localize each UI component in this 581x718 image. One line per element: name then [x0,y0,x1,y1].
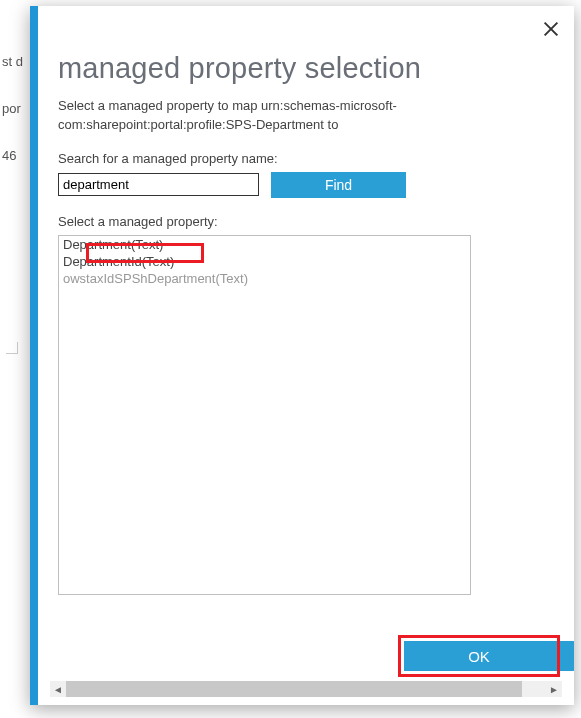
find-button[interactable]: Find [271,172,406,198]
bg-box-corner [6,342,18,354]
property-selection-dialog: managed property selection Select a mana… [30,6,574,705]
dialog-intro-text: Select a managed property to map urn:sch… [58,97,498,135]
select-label: Select a managed property: [58,214,554,229]
scroll-right-icon[interactable]: ► [546,681,562,697]
scroll-thumb[interactable] [66,681,522,697]
list-item[interactable]: Department(Text) [59,236,470,253]
search-label: Search for a managed property name: [58,151,554,166]
search-input[interactable] [58,173,259,196]
scroll-left-icon[interactable]: ◄ [50,681,66,697]
horizontal-scrollbar[interactable]: ◄ ► [50,681,562,697]
list-item[interactable]: owstaxIdSPShDepartment(Text) [59,270,470,287]
search-row: Find [58,172,554,198]
property-listbox[interactable]: Department(Text) DepartmentId(Text) owst… [58,235,471,595]
button-overflow-edge [552,641,574,671]
list-item[interactable]: DepartmentId(Text) [59,253,470,270]
ok-button[interactable]: OK [404,641,554,671]
dialog-title: managed property selection [58,52,554,85]
scroll-track[interactable] [66,681,546,697]
close-icon[interactable] [542,20,560,38]
